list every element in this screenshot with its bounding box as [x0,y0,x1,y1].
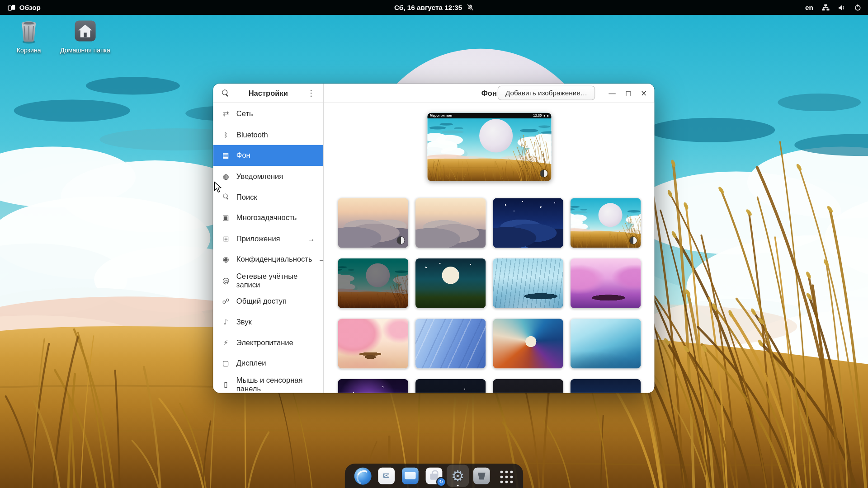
day-night-variant-badge [540,170,547,177]
sidebar-item-mouse[interactable]: ▯Мышь и сенсорная панель [213,374,323,393]
dock-item-app-grid[interactable] [494,465,516,487]
sidebar-item-label: Общий доступ [236,297,287,305]
trash-icon [3,19,54,46]
sharing-icon: ☍ [222,297,231,305]
preview-clock: 12:35 [533,114,542,117]
desktop-icon-home-folder[interactable]: Домашняя папка [60,19,111,55]
wallpaper-thumbnail-willow-lake[interactable] [493,258,563,308]
mouse-icon: ▯ [222,380,231,388]
updates-badge: ↻ [437,478,445,486]
wallpaper-thumbnail-color-swirl[interactable] [493,319,563,368]
home-folder-icon [60,19,111,46]
sidebar-item-notifications[interactable]: ◍Уведомления [213,166,323,187]
preview-top-panel: Мероприятия 12:35 [427,113,551,118]
sidebar-item-background[interactable]: ▤Фон [213,145,323,166]
sidebar-item-applications[interactable]: ⊞Приложения→ [213,228,323,249]
dock-item-browser[interactable] [352,465,374,487]
dock-item-utility[interactable] [471,465,493,487]
window-controls: — □ × [609,84,647,103]
sidebar-item-label: Поиск [236,193,257,201]
preview-status-icons: 12:35 [533,114,548,117]
sidebar-item-label: Приложения [236,235,280,243]
notifications-icon: ◍ [222,173,231,180]
sidebar-item-label: Фон [236,151,250,160]
desktop: Обзор Сб, 16 августа 12:35 en [0,0,868,488]
maximize-button[interactable]: □ [626,90,632,96]
sidebar-item-label: Конфиденциальность [236,255,312,263]
system-status-area[interactable]: en [805,0,861,15]
search-button[interactable] [218,86,232,100]
displays-icon: ▢ [222,360,231,367]
notifications-disabled-icon [467,4,474,11]
sidebar-item-displays[interactable]: ▢Дисплеи [213,353,323,374]
settings-sidebar: Настройки ⋮ ⇄СетьᛒBluetooth▤Фон◍Уведомле… [213,84,324,393]
dock-item-software[interactable]: ↻ [423,465,445,487]
mail-icon: ✉ [378,468,395,484]
sidebar-item-privacy[interactable]: ◉Конфиденциальность→ [213,249,323,270]
wallpaper-thumbnail-pebbles-night[interactable] [493,198,563,248]
mouse-cursor [214,182,222,196]
sidebar-item-power[interactable]: ⚡Электропитание [213,332,323,353]
wallpaper-thumbnail-dark-blue[interactable] [570,379,641,393]
wallpaper-thumbnail-moonlit-field[interactable] [415,258,486,308]
files-icon [402,468,419,484]
sound-icon: ♪ [222,318,231,325]
wallpaper-thumbnail-blue-silk[interactable] [415,319,486,368]
overview-icon [8,4,15,11]
app-grid-icon [498,469,513,483]
dock: ✉↻⚙ [345,464,523,488]
sidebar-item-label: Мышь и сенсорная панель [236,376,315,393]
content-headerbar: Фон Добавить изображение… — □ × [324,84,654,103]
close-button[interactable]: × [641,89,647,97]
search-icon [222,89,229,96]
sidebar-item-bluetooth[interactable]: ᛒBluetooth [213,124,323,145]
sidebar-item-search[interactable]: Поиск [213,187,323,207]
sidebar-item-network[interactable]: ⇄Сеть [213,103,323,124]
wallpaper-thumbnail-night-stars[interactable] [415,379,486,393]
sidebar-item-label: Сеть [236,110,253,118]
wallpaper-thumbnail-dark[interactable] [493,379,563,393]
window-title: Настройки [232,89,304,97]
dock-item-files[interactable] [399,465,421,487]
add-picture-button[interactable]: Добавить изображение… [498,86,595,100]
bluetooth-icon: ᛒ [222,131,231,138]
keyboard-layout-indicator[interactable]: en [805,4,813,11]
wallpaper-thumbnail-pebbles-dawn-alt[interactable] [415,198,486,248]
wallpaper-thumbnail-pink-tree-bench[interactable] [338,319,408,368]
desktop-icon-label: Корзина [3,47,54,55]
dock-item-mail[interactable]: ✉ [375,465,397,487]
volume-icon[interactable] [838,4,846,11]
utility-icon [473,468,490,484]
power-icon[interactable] [854,4,861,11]
minimize-button[interactable]: — [609,89,616,97]
desktop-icon-trash[interactable]: Корзина [3,19,54,55]
search-icon [222,193,231,201]
day-night-variant-badge [397,237,404,244]
subpage-arrow-icon: → [308,235,315,243]
wallpaper-thumbnail-purple-galaxy[interactable] [338,379,408,393]
background-icon: ▤ [222,152,231,159]
wallpaper-thumbnail-wheat-planet-dark[interactable] [338,258,408,308]
sidebar-item-sharing[interactable]: ☍Общий доступ [213,291,323,311]
dock-item-settings[interactable]: ⚙ [447,465,469,487]
overview-label: Обзор [19,4,41,11]
wallpaper-thumbnail-pebbles-dawn[interactable] [338,198,408,248]
day-night-variant-badge [629,237,637,244]
menu-button[interactable]: ⋮ [304,86,318,100]
browser-icon [354,467,371,484]
wallpaper-thumbnail-wheat-planet[interactable] [570,198,641,248]
sidebar-item-multitasking[interactable]: ▣Многозадачность [213,207,323,228]
background-panel: Мероприятия 12:35 [324,103,654,393]
settings-content-pane: Фон Добавить изображение… — □ × Мероприя… [324,84,654,393]
sidebar-item-online-accounts[interactable]: @Сетевые учётные записи [213,270,323,291]
running-indicator [457,485,459,487]
wallpaper-thumbnail-pink-lake-boat[interactable] [570,258,641,308]
wallpaper-thumbnail-teal-waves[interactable] [570,319,641,368]
sidebar-item-label: Сетевые учётные записи [236,272,315,289]
multitasking-icon: ▣ [222,214,231,221]
network-status-icon[interactable] [821,4,830,11]
sidebar-item-sound[interactable]: ♪Звук [213,311,323,332]
sidebar-item-label: Звук [236,318,252,326]
overview-button[interactable]: Обзор [5,0,43,15]
clock-menu[interactable]: Сб, 16 августа 12:35 [394,0,474,15]
